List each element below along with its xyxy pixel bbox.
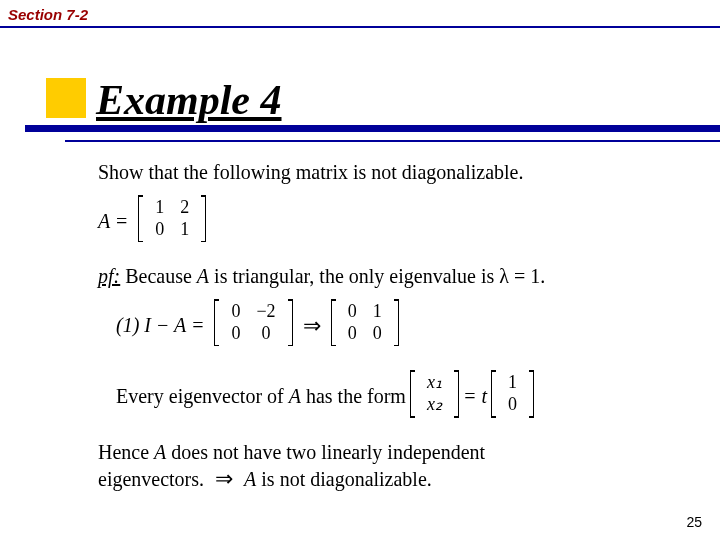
equals-t: = t [463,384,487,409]
proof-line-1: pf: Because A is triangular, the only ei… [98,264,678,289]
conclusion: Hence A does not have two linearly indep… [98,440,678,493]
matrix-A: 12 01 [138,195,206,248]
I-minus-A-label: (1) I − A = [116,313,204,338]
title-accent-square [46,78,86,118]
matrix-I-minus-A: 0−2 00 [214,299,292,352]
intro-text: Show that the following matrix is not di… [98,160,678,185]
title-underline-thin [65,140,720,142]
matrix-A-definition: A = 12 01 [98,193,678,250]
pf-label: pf: [98,265,120,287]
basis-vector: 1 0 [491,370,534,423]
A-label: A = [98,209,128,234]
title-underline-thick [25,125,720,132]
slide-title: Example 4 [96,76,282,124]
page-number: 25 [686,514,702,530]
section-label: Section 7-2 [8,6,88,23]
lambda-equals-1: λ = 1 [499,265,540,287]
eigen-computation: (1) I − A = 0−2 00 ⇒ 01 00 [116,297,678,354]
implies-arrow-icon: ⇒ [303,312,321,340]
eigenvector-form: Every eigenvector of A has the form x₁ x… [116,368,678,425]
section-rule [0,26,720,28]
implies-arrow-icon: ⇒ [215,466,233,491]
slide-body: Show that the following matrix is not di… [98,160,678,500]
matrix-rref: 01 00 [331,299,399,352]
x-vector: x₁ x₂ [410,370,459,423]
eigvec-text: Every eigenvector of A has the form [116,384,406,409]
